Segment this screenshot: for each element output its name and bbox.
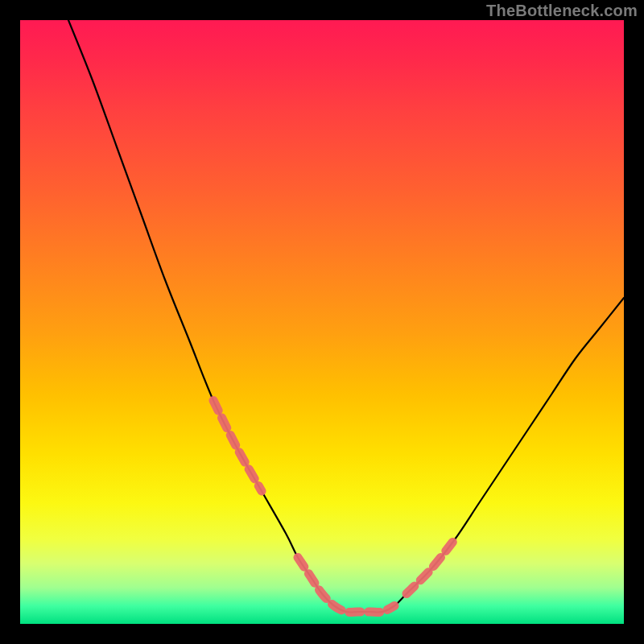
highlight-segment-2 bbox=[407, 539, 455, 594]
watermark-text: TheBottleneck.com bbox=[486, 2, 638, 20]
highlight-segment-0 bbox=[213, 401, 262, 492]
highlight-segment-1 bbox=[298, 558, 394, 613]
chart-container: TheBottleneck.com bbox=[0, 0, 644, 644]
bottleneck-curve bbox=[68, 20, 624, 613]
plot-area bbox=[20, 20, 624, 624]
bottleneck-curve-svg bbox=[20, 20, 624, 624]
